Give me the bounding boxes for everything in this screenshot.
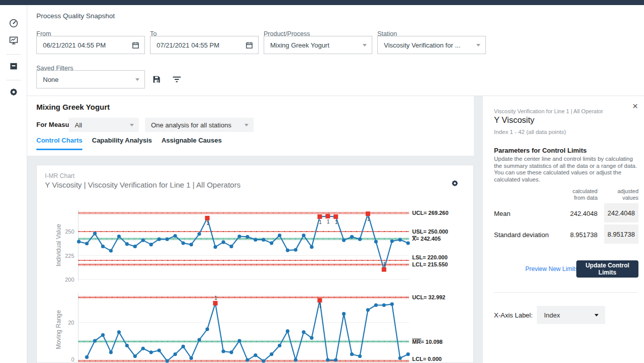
dashboard-gauge-icon[interactable] (9, 18, 19, 28)
from-datetime-input[interactable]: 06/21/2021 04:55 PM (36, 36, 145, 54)
calendar-icon[interactable] (132, 41, 139, 49)
svg-text:1: 1 (319, 303, 322, 308)
top-bar (0, 0, 644, 5)
svg-text:USL= 250.000: USL= 250.000 (412, 229, 448, 235)
chart-title: Y Viscosity | Viscosity Verification for… (45, 180, 240, 189)
calculated-column-header: calculated from data (572, 188, 598, 201)
chevron-down-icon (130, 124, 134, 126)
tab-assignable-causes[interactable]: Assignable Causes (162, 137, 222, 150)
mean-adjusted-value: 242.4048 (608, 209, 635, 217)
svg-text:1: 1 (383, 261, 386, 267)
page-title: Process Quality Snapshot (36, 12, 115, 20)
stddev-adjusted-value: 8.951738 (608, 231, 635, 238)
svg-text:200: 200 (65, 277, 74, 283)
tab-control-charts[interactable]: Control Charts (36, 137, 82, 150)
filter-bar: Process Quality Snapshot From 06/21/2021… (27, 5, 644, 96)
stddev-calculated-value: 8.951738 (570, 231, 598, 239)
xaxis-value: Index (544, 311, 595, 319)
index-range-label: Index 1 - 42 (all data points) (494, 129, 566, 135)
svg-text:X= 242.405: X= 242.405 (412, 236, 441, 242)
chevron-down-icon (476, 44, 480, 47)
svg-text:1: 1 (367, 216, 370, 222)
parameters-section-title: Parameters for Control Limits (494, 147, 587, 154)
saved-filters-dropdown[interactable]: None (36, 70, 145, 88)
product-process-value: Mixing Greek Yogurt (270, 41, 363, 49)
stddev-adjusted-input[interactable]: 8.951738 (604, 224, 638, 244)
measure-dropdown[interactable]: All (69, 118, 139, 132)
archive-box-icon[interactable] (9, 61, 19, 71)
mean-calculated-value: 242.4048 (570, 210, 598, 217)
svg-text:0: 0 (71, 356, 74, 362)
adjusted-column-header: adjusted values (617, 188, 638, 201)
svg-text:1: 1 (215, 295, 218, 301)
svg-text:Individual Value: Individual Value (55, 224, 62, 266)
monitor-chart-icon[interactable] (9, 35, 19, 46)
app-screen: Process Quality Snapshot From 06/21/2021… (0, 0, 644, 363)
chart-options-gear-icon[interactable] (451, 179, 459, 188)
close-icon[interactable]: × (630, 99, 640, 113)
svg-text:LSL= 220.000: LSL= 220.000 (412, 254, 448, 260)
chevron-down-icon (135, 78, 139, 81)
svg-text:250: 250 (65, 229, 74, 235)
stddev-row-label: Standard deviation (494, 231, 549, 239)
svg-text:225: 225 (65, 253, 74, 259)
svg-text:UCL= 269.260: UCL= 269.260 (412, 210, 449, 216)
station-dropdown[interactable]: Viscosity Verification for ... (377, 36, 486, 54)
station-value: Viscosity Verification for ... (384, 41, 476, 49)
measure-value: All (75, 121, 130, 129)
chevron-down-icon (363, 44, 367, 47)
calendar-icon[interactable] (245, 41, 253, 49)
panel-divider (494, 292, 638, 293)
from-datetime-value: 06/21/2021 04:55 PM (43, 41, 132, 49)
svg-text:1: 1 (335, 219, 338, 225)
save-filter-icon[interactable] (152, 75, 161, 84)
tab-bar: Control Charts Capability Analysis Assig… (36, 137, 222, 150)
sidebar-nav (0, 5, 27, 363)
settings-gear-icon[interactable] (9, 87, 19, 97)
chart-type-label: I-MR Chart (45, 172, 75, 179)
preview-new-limits-link[interactable]: Preview New Limits (525, 265, 578, 273)
analysis-mode-value: One analysis for all stations (151, 121, 244, 129)
svg-text:UCL= 32.992: UCL= 32.992 (412, 294, 445, 300)
to-datetime-value: 07/21/2021 04:55 PM (157, 41, 245, 49)
imr-chart-svg: 250225200UCL= 269.260USL= 250.000X= 242.… (36, 192, 474, 363)
sidebar-divider (7, 80, 21, 80)
panel-subtitle: Viscosity Verification for Line 1 | All … (494, 108, 603, 114)
svg-text:Moving Range: Moving Range (55, 310, 62, 349)
process-card: Mixing Greek Yogurt For Measure: All One… (27, 96, 474, 156)
tab-capability-analysis[interactable]: Capability Analysis (92, 137, 152, 150)
update-control-limits-button[interactable]: Update Control Limits (576, 260, 638, 278)
to-datetime-input[interactable]: 07/21/2021 04:55 PM (150, 36, 259, 54)
mean-adjusted-input[interactable]: 242.4048 (604, 203, 638, 222)
process-title: Mixing Greek Yogurt (36, 103, 110, 111)
svg-text:1: 1 (207, 220, 210, 226)
control-limits-panel: × Viscosity Verification for Line 1 | Al… (483, 96, 644, 363)
filter-icon[interactable] (172, 75, 182, 84)
saved-filters-value: None (43, 76, 135, 83)
svg-text:1: 1 (327, 219, 330, 224)
chevron-down-icon (595, 314, 599, 316)
xaxis-dropdown[interactable]: Index (537, 306, 605, 324)
svg-text:LCL= 0.000: LCL= 0.000 (412, 356, 441, 362)
mean-row-label: Mean (494, 210, 511, 217)
svg-text:LCL= 215.550: LCL= 215.550 (412, 261, 448, 267)
svg-text:MR= 10.098: MR= 10.098 (412, 339, 442, 345)
parameters-description: Update the center line and control limit… (494, 156, 641, 183)
product-process-dropdown[interactable]: Mixing Greek Yogurt (264, 36, 372, 54)
svg-text:20: 20 (68, 320, 74, 326)
svg-text:1: 1 (319, 219, 322, 225)
xaxis-label: X-Axis Label: (494, 311, 533, 319)
chevron-down-icon (244, 124, 249, 126)
sidebar-divider (7, 54, 21, 55)
analysis-mode-dropdown[interactable]: One analysis for all stations (145, 118, 254, 132)
panel-title: Y Viscosity (494, 115, 534, 125)
